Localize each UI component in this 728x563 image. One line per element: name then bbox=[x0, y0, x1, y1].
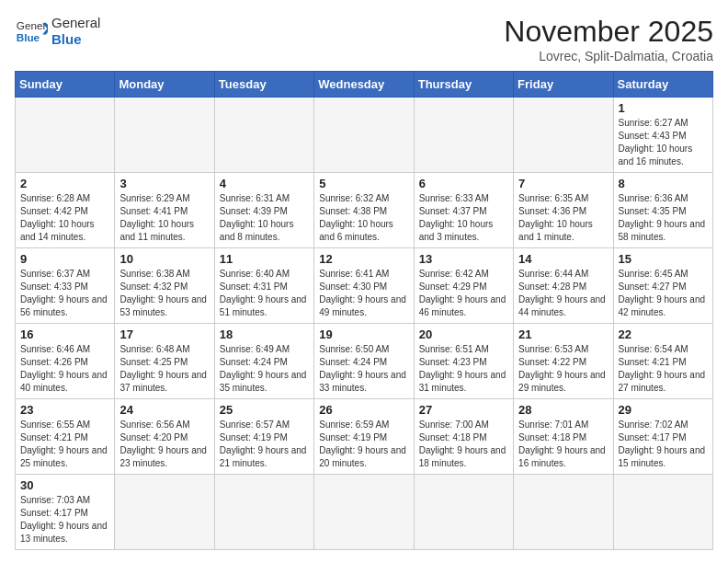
day-info: Sunrise: 6:28 AMSunset: 4:42 PMDaylight:… bbox=[20, 192, 109, 244]
month-title: November 2025 bbox=[504, 15, 713, 49]
calendar-week-4: 23Sunrise: 6:55 AMSunset: 4:21 PMDayligh… bbox=[16, 399, 713, 475]
header-monday: Monday bbox=[115, 72, 214, 98]
day-info: Sunrise: 6:53 AMSunset: 4:22 PMDaylight:… bbox=[518, 343, 608, 395]
svg-text:General: General bbox=[17, 19, 48, 31]
day-info: Sunrise: 6:31 AMSunset: 4:39 PMDaylight:… bbox=[220, 192, 309, 244]
day-number: 2 bbox=[20, 177, 109, 190]
day-number: 5 bbox=[319, 177, 408, 190]
calendar-cell: 14Sunrise: 6:44 AMSunset: 4:28 PMDayligh… bbox=[514, 248, 613, 324]
day-info: Sunrise: 6:36 AMSunset: 4:35 PMDaylight:… bbox=[619, 192, 708, 244]
calendar-week-1: 2Sunrise: 6:28 AMSunset: 4:42 PMDaylight… bbox=[16, 173, 713, 248]
calendar-cell bbox=[613, 475, 712, 550]
day-info: Sunrise: 7:02 AMSunset: 4:17 PMDaylight:… bbox=[619, 419, 708, 470]
header-sunday: Sunday bbox=[16, 72, 115, 98]
calendar-cell bbox=[414, 98, 513, 173]
day-info: Sunrise: 6:50 AMSunset: 4:24 PMDaylight:… bbox=[319, 343, 408, 395]
day-info: Sunrise: 6:41 AMSunset: 4:30 PMDaylight:… bbox=[319, 268, 408, 319]
day-info: Sunrise: 6:35 AMSunset: 4:36 PMDaylight:… bbox=[518, 192, 608, 244]
calendar-cell: 6Sunrise: 6:33 AMSunset: 4:37 PMDaylight… bbox=[414, 173, 513, 248]
calendar-cell: 2Sunrise: 6:28 AMSunset: 4:42 PMDaylight… bbox=[16, 173, 115, 248]
day-number: 11 bbox=[220, 252, 309, 266]
day-number: 17 bbox=[119, 327, 209, 341]
day-info: Sunrise: 6:29 AMSunset: 4:41 PMDaylight:… bbox=[119, 192, 209, 244]
calendar-cell bbox=[514, 475, 613, 550]
day-number: 10 bbox=[119, 252, 209, 266]
calendar-cell: 18Sunrise: 6:49 AMSunset: 4:24 PMDayligh… bbox=[214, 324, 313, 399]
calendar-cell bbox=[414, 475, 513, 550]
calendar-cell: 13Sunrise: 6:42 AMSunset: 4:29 PMDayligh… bbox=[414, 248, 513, 324]
calendar-cell: 25Sunrise: 6:57 AMSunset: 4:19 PMDayligh… bbox=[214, 399, 313, 475]
calendar-cell: 17Sunrise: 6:48 AMSunset: 4:25 PMDayligh… bbox=[115, 324, 214, 399]
calendar-cell bbox=[214, 475, 313, 550]
day-info: Sunrise: 6:54 AMSunset: 4:21 PMDaylight:… bbox=[619, 343, 708, 395]
calendar-cell: 30Sunrise: 7:03 AMSunset: 4:17 PMDayligh… bbox=[16, 475, 115, 550]
header-saturday: Saturday bbox=[613, 72, 712, 98]
day-info: Sunrise: 6:27 AMSunset: 4:43 PMDaylight:… bbox=[619, 117, 708, 168]
header-friday: Friday bbox=[514, 72, 613, 98]
calendar-cell: 24Sunrise: 6:56 AMSunset: 4:20 PMDayligh… bbox=[115, 399, 214, 475]
calendar-cell: 16Sunrise: 6:46 AMSunset: 4:26 PMDayligh… bbox=[16, 324, 115, 399]
day-number: 21 bbox=[518, 327, 608, 341]
calendar-cell: 19Sunrise: 6:50 AMSunset: 4:24 PMDayligh… bbox=[314, 324, 414, 399]
calendar-cell: 15Sunrise: 6:45 AMSunset: 4:27 PMDayligh… bbox=[613, 248, 712, 324]
calendar-cell: 27Sunrise: 7:00 AMSunset: 4:18 PMDayligh… bbox=[414, 399, 513, 475]
day-number: 4 bbox=[220, 177, 309, 190]
calendar-cell bbox=[115, 98, 214, 173]
calendar-cell: 4Sunrise: 6:31 AMSunset: 4:39 PMDaylight… bbox=[214, 173, 313, 248]
calendar-week-2: 9Sunrise: 6:37 AMSunset: 4:33 PMDaylight… bbox=[16, 248, 713, 324]
day-number: 18 bbox=[220, 327, 309, 341]
day-number: 3 bbox=[119, 177, 209, 190]
calendar-week-0: 1Sunrise: 6:27 AMSunset: 4:43 PMDaylight… bbox=[16, 98, 713, 173]
day-info: Sunrise: 6:33 AMSunset: 4:37 PMDaylight:… bbox=[419, 192, 508, 244]
day-info: Sunrise: 6:59 AMSunset: 4:19 PMDaylight:… bbox=[319, 419, 408, 470]
logo-blue-text: Blue bbox=[51, 31, 100, 48]
calendar-cell: 1Sunrise: 6:27 AMSunset: 4:43 PMDaylight… bbox=[613, 98, 712, 173]
calendar-week-3: 16Sunrise: 6:46 AMSunset: 4:26 PMDayligh… bbox=[16, 324, 713, 399]
day-number: 8 bbox=[619, 177, 708, 190]
header-wednesday: Wednesday bbox=[314, 72, 414, 98]
day-number: 27 bbox=[419, 403, 508, 417]
calendar-cell bbox=[314, 475, 414, 550]
day-number: 16 bbox=[20, 327, 109, 341]
day-number: 14 bbox=[518, 252, 608, 266]
day-number: 19 bbox=[319, 327, 408, 341]
day-number: 28 bbox=[518, 403, 608, 417]
day-info: Sunrise: 6:48 AMSunset: 4:25 PMDaylight:… bbox=[119, 343, 209, 395]
day-number: 15 bbox=[619, 252, 708, 266]
day-info: Sunrise: 6:45 AMSunset: 4:27 PMDaylight:… bbox=[619, 268, 708, 319]
day-number: 22 bbox=[619, 327, 708, 341]
calendar-cell: 3Sunrise: 6:29 AMSunset: 4:41 PMDaylight… bbox=[115, 173, 214, 248]
calendar-cell: 8Sunrise: 6:36 AMSunset: 4:35 PMDaylight… bbox=[613, 173, 712, 248]
day-number: 12 bbox=[319, 252, 408, 266]
calendar-cell: 23Sunrise: 6:55 AMSunset: 4:21 PMDayligh… bbox=[16, 399, 115, 475]
header-tuesday: Tuesday bbox=[214, 72, 313, 98]
calendar-cell: 26Sunrise: 6:59 AMSunset: 4:19 PMDayligh… bbox=[314, 399, 414, 475]
calendar-table: Sunday Monday Tuesday Wednesday Thursday… bbox=[15, 71, 713, 550]
title-block: November 2025 Lovrec, Split-Dalmatia, Cr… bbox=[504, 15, 713, 63]
day-number: 30 bbox=[20, 478, 109, 492]
day-info: Sunrise: 6:44 AMSunset: 4:28 PMDaylight:… bbox=[518, 268, 608, 319]
header-thursday: Thursday bbox=[414, 72, 513, 98]
day-info: Sunrise: 6:55 AMSunset: 4:21 PMDaylight:… bbox=[20, 419, 109, 470]
calendar-cell: 9Sunrise: 6:37 AMSunset: 4:33 PMDaylight… bbox=[16, 248, 115, 324]
calendar-cell: 12Sunrise: 6:41 AMSunset: 4:30 PMDayligh… bbox=[314, 248, 414, 324]
location-subtitle: Lovrec, Split-Dalmatia, Croatia bbox=[504, 49, 713, 63]
day-info: Sunrise: 7:00 AMSunset: 4:18 PMDaylight:… bbox=[419, 419, 508, 470]
day-info: Sunrise: 6:51 AMSunset: 4:23 PMDaylight:… bbox=[419, 343, 508, 395]
calendar-cell: 11Sunrise: 6:40 AMSunset: 4:31 PMDayligh… bbox=[214, 248, 313, 324]
day-info: Sunrise: 6:32 AMSunset: 4:38 PMDaylight:… bbox=[319, 192, 408, 244]
calendar-cell: 21Sunrise: 6:53 AMSunset: 4:22 PMDayligh… bbox=[514, 324, 613, 399]
calendar-cell bbox=[514, 98, 613, 173]
day-number: 26 bbox=[319, 403, 408, 417]
day-number: 6 bbox=[419, 177, 508, 190]
calendar-cell: 10Sunrise: 6:38 AMSunset: 4:32 PMDayligh… bbox=[115, 248, 214, 324]
day-info: Sunrise: 6:56 AMSunset: 4:20 PMDaylight:… bbox=[119, 419, 209, 470]
day-number: 20 bbox=[419, 327, 508, 341]
day-number: 23 bbox=[20, 403, 109, 417]
page-header: General Blue General Blue November 2025 … bbox=[15, 15, 713, 63]
day-info: Sunrise: 6:40 AMSunset: 4:31 PMDaylight:… bbox=[220, 268, 309, 319]
day-info: Sunrise: 6:42 AMSunset: 4:29 PMDaylight:… bbox=[419, 268, 508, 319]
day-info: Sunrise: 6:37 AMSunset: 4:33 PMDaylight:… bbox=[20, 268, 109, 319]
day-number: 24 bbox=[119, 403, 209, 417]
day-number: 25 bbox=[220, 403, 309, 417]
